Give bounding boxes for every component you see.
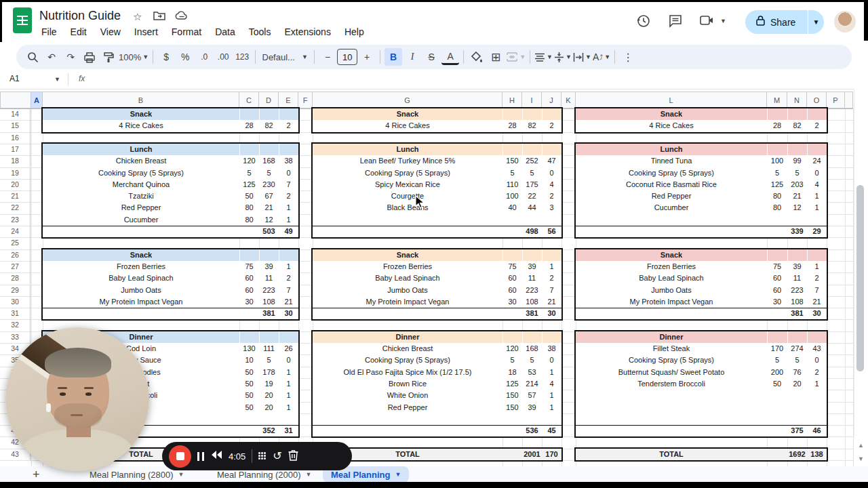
value-cell[interactable]: 1: [542, 367, 561, 378]
value-cell[interactable]: 111: [259, 343, 279, 354]
value-cell[interactable]: 223: [787, 285, 807, 296]
value-cell[interactable]: 230: [259, 179, 279, 190]
value-cell[interactable]: 1: [279, 214, 298, 226]
value-cell[interactable]: 57: [522, 390, 542, 401]
scroll-down-icon[interactable]: ▼: [858, 455, 864, 462]
percent-format-button[interactable]: %: [176, 48, 194, 66]
tab-dropdown-icon[interactable]: ▼: [178, 471, 184, 478]
value-cell[interactable]: 1: [279, 402, 298, 413]
column-header-F[interactable]: F: [298, 92, 313, 108]
value-cell[interactable]: 214: [522, 378, 542, 390]
value-cell[interactable]: 24: [807, 155, 827, 167]
value-cell[interactable]: 82: [522, 120, 542, 131]
value-cell[interactable]: 56: [542, 226, 561, 237]
menu-help[interactable]: Help: [338, 24, 370, 39]
item-cell[interactable]: Brown Rice: [313, 378, 502, 390]
menu-tools[interactable]: Tools: [243, 24, 277, 39]
text-color-button[interactable]: A: [441, 49, 459, 65]
value-cell[interactable]: 1: [542, 402, 561, 413]
value-cell[interactable]: 0: [542, 167, 561, 179]
value-cell[interactable]: 1: [807, 202, 827, 214]
row-header-24[interactable]: 24: [0, 226, 31, 237]
document-title[interactable]: Nutrition Guide: [39, 9, 121, 23]
value-cell[interactable]: 47: [542, 155, 561, 167]
value-cell[interactable]: 11: [522, 272, 542, 284]
more-toolbar-icon[interactable]: ⋮: [619, 48, 637, 66]
value-cell[interactable]: 178: [259, 367, 279, 378]
value-cell[interactable]: 50: [239, 378, 259, 390]
increase-font-size-button[interactable]: +: [358, 48, 376, 66]
value-cell[interactable]: 381: [787, 308, 807, 319]
print-icon[interactable]: [81, 48, 98, 66]
value-cell[interactable]: 7: [807, 285, 827, 296]
value-cell[interactable]: 2: [279, 272, 298, 284]
value-cell[interactable]: 5: [502, 354, 522, 366]
value-cell[interactable]: 21: [542, 296, 561, 308]
value-cell[interactable]: 80: [767, 190, 787, 202]
row-header-28[interactable]: 28: [0, 272, 31, 284]
value-cell[interactable]: 18: [502, 367, 522, 378]
value-cell[interactable]: 2: [807, 367, 827, 378]
value-cell[interactable]: 120: [239, 155, 259, 167]
row-header-43[interactable]: 43: [0, 449, 31, 460]
menu-insert[interactable]: Insert: [128, 24, 164, 39]
text-wrap-icon[interactable]: ▼: [573, 48, 591, 66]
scroll-up-icon[interactable]: ▲: [858, 442, 864, 449]
tab-dropdown-icon[interactable]: ▼: [306, 471, 312, 478]
decrease-decimal-button[interactable]: .0: [195, 48, 213, 66]
value-cell[interactable]: 125: [239, 179, 259, 190]
italic-button[interactable]: I: [403, 48, 421, 66]
value-cell[interactable]: 20: [259, 390, 279, 401]
undo-icon[interactable]: ↶: [43, 48, 60, 66]
column-header-D[interactable]: D: [259, 92, 279, 108]
value-cell[interactable]: 30: [807, 308, 827, 319]
item-cell[interactable]: Jumbo Oats: [43, 285, 239, 296]
item-cell[interactable]: 4 Rice Cakes: [43, 120, 239, 131]
value-cell[interactable]: 5: [787, 354, 807, 366]
value-cell[interactable]: 21: [279, 296, 298, 308]
value-cell[interactable]: 11: [787, 272, 807, 284]
share-dropdown-icon[interactable]: ▼: [808, 18, 824, 26]
value-cell[interactable]: 39: [787, 261, 807, 272]
value-cell[interactable]: 4: [807, 179, 827, 190]
value-cell[interactable]: 50: [239, 190, 259, 202]
value-cell[interactable]: 0: [279, 167, 298, 179]
value-cell[interactable]: 375: [787, 425, 807, 436]
value-cell[interactable]: 168: [259, 155, 279, 167]
value-cell[interactable]: 0: [542, 354, 561, 366]
value-cell[interactable]: 503: [259, 226, 279, 237]
column-header-K[interactable]: K: [561, 92, 576, 108]
name-box[interactable]: A1: [9, 74, 20, 83]
value-cell[interactable]: 80: [239, 202, 259, 214]
value-cell[interactable]: 30: [767, 296, 787, 308]
value-cell[interactable]: 5: [522, 354, 542, 366]
value-cell[interactable]: 100: [502, 190, 522, 202]
item-cell[interactable]: 4 Rice Cakes: [576, 120, 767, 131]
row-header-14[interactable]: 14: [0, 108, 31, 120]
value-cell[interactable]: 125: [502, 378, 522, 390]
redo-icon[interactable]: ↷: [62, 48, 79, 66]
merge-cells-icon[interactable]: ▼: [506, 48, 526, 66]
value-cell[interactable]: 1: [807, 261, 827, 272]
value-cell[interactable]: 2: [279, 190, 298, 202]
value-cell[interactable]: 53: [522, 367, 542, 378]
row-header-33[interactable]: 33: [0, 331, 31, 343]
value-cell[interactable]: 352: [259, 425, 279, 436]
vertical-scrollbar-thumb[interactable]: [856, 185, 864, 371]
item-cell[interactable]: Frozen Berries: [576, 261, 767, 272]
column-header-I[interactable]: I: [522, 92, 542, 108]
value-cell[interactable]: 30: [239, 296, 259, 308]
value-cell[interactable]: 11: [259, 272, 279, 284]
rewind-icon[interactable]: [210, 450, 222, 462]
value-cell[interactable]: 44: [522, 202, 542, 214]
value-cell[interactable]: 40: [502, 202, 522, 214]
item-cell[interactable]: Tzatziki: [43, 190, 239, 202]
value-cell[interactable]: 108: [259, 296, 279, 308]
value-cell[interactable]: 2: [807, 120, 827, 131]
value-cell[interactable]: 5: [259, 354, 279, 366]
value-cell[interactable]: 125: [767, 179, 787, 190]
item-cell[interactable]: 4 Rice Cakes: [313, 120, 502, 131]
stop-recording-button[interactable]: [169, 445, 191, 468]
value-cell[interactable]: 2: [542, 190, 561, 202]
value-cell[interactable]: 1: [279, 390, 298, 401]
